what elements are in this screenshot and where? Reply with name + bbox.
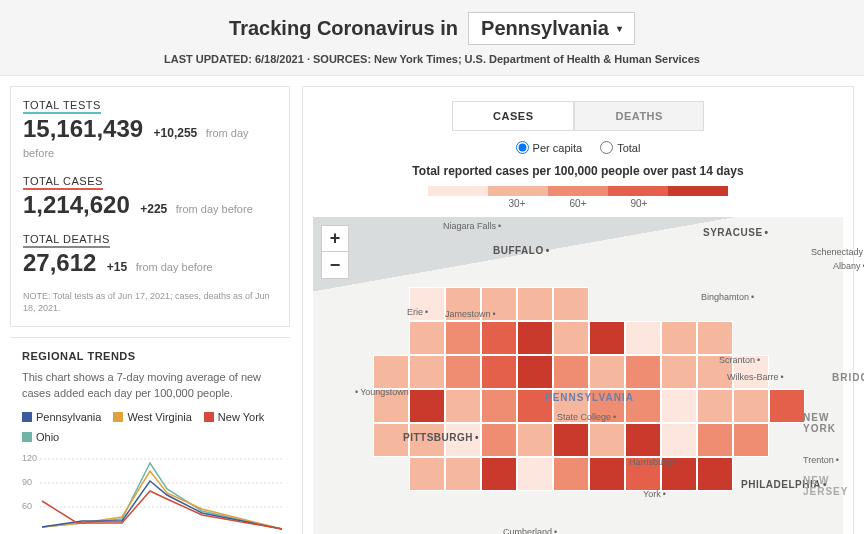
radio-per-capita-input[interactable] [516, 141, 529, 154]
city-label: SYRACUSE [703, 227, 769, 238]
svg-text:90: 90 [22, 477, 32, 487]
city-label: Jamestown [445, 309, 496, 319]
tab-cases[interactable]: CASES [452, 101, 574, 131]
total-deaths-label: TOTAL DEATHS [23, 233, 277, 245]
stats-footnote: NOTE: Total tests as of Jun 17, 2021; ca… [23, 291, 277, 314]
state-selector[interactable]: Pennsylvania ▾ [468, 12, 635, 45]
total-cases-label: TOTAL CASES [23, 175, 277, 187]
state-label: PENNSYLVANIA [545, 392, 634, 403]
city-label: Wilkes-Barre [727, 372, 784, 382]
trends-chart: 120 90 60 [22, 451, 282, 531]
city-label: York [643, 489, 666, 499]
legend-item: New York [204, 411, 264, 423]
total-tests-label: TOTAL TESTS [23, 99, 277, 111]
city-label: Trenton [803, 455, 839, 465]
total-deaths-delta: +15 [107, 260, 127, 274]
legend-item: West Virginia [113, 411, 191, 423]
state-label: BRIDGE [832, 372, 864, 383]
zoom-out-button[interactable]: − [322, 252, 348, 278]
trends-desc: This chart shows a 7-day moving average … [22, 370, 278, 401]
page-title: Tracking Coronavirus in Pennsylvania ▾ [0, 12, 864, 45]
total-cases-delta: +225 [140, 202, 167, 216]
state-label: NEW YORK [803, 412, 843, 434]
city-label: State College [557, 412, 616, 422]
state-name: Pennsylvania [481, 17, 609, 40]
city-label: Binghamton [701, 292, 754, 302]
tab-deaths[interactable]: DEATHS [574, 101, 703, 131]
city-label: Albany [833, 261, 864, 271]
radio-total[interactable]: Total [600, 141, 640, 154]
zoom-in-button[interactable]: + [322, 226, 348, 252]
svg-text:120: 120 [22, 453, 37, 463]
map-title: Total reported cases per 100,000 people … [313, 164, 843, 178]
last-updated: LAST UPDATED: 6/18/2021 · SOURCES: New Y… [0, 53, 864, 65]
legend-item: Ohio [22, 431, 59, 443]
total-tests-value: 15,161,439 [23, 115, 143, 142]
county-shapes [373, 287, 803, 487]
total-tests-delta: +10,255 [154, 126, 198, 140]
map-panel: CASES DEATHS Per capita Total Total repo… [302, 86, 854, 534]
city-label: PITTSBURGH [403, 432, 479, 443]
trends-panel: REGIONAL TRENDS This chart shows a 7-day… [10, 337, 290, 534]
map-gradient-labels: 30+60+90+ [313, 198, 843, 209]
chevron-down-icon: ▾ [617, 23, 622, 34]
city-label: BUFFALO [493, 245, 550, 256]
state-label: NEW JERSEY [803, 475, 848, 497]
city-label: Youngstown [355, 387, 409, 397]
choropleth-map[interactable]: + − Niagara FallsBUFFALOSYRACUSESchenect… [313, 217, 843, 534]
zoom-controls: + − [321, 225, 349, 279]
svg-text:60: 60 [22, 501, 32, 511]
total-deaths-note: from day before [136, 261, 213, 273]
city-label: Harrisburg [629, 457, 676, 467]
total-cases-value: 1,214,620 [23, 191, 130, 218]
total-cases-note: from day before [176, 203, 253, 215]
legend-item: Pennsylvania [22, 411, 101, 423]
title-prefix: Tracking Coronavirus in [229, 17, 458, 40]
radio-total-input[interactable] [600, 141, 613, 154]
trends-legend: PennsylvaniaWest VirginiaNew YorkOhio [22, 411, 278, 443]
city-label: Erie [407, 307, 428, 317]
radio-per-capita[interactable]: Per capita [516, 141, 583, 154]
city-label: Schenectady [811, 247, 864, 257]
city-label: Niagara Falls [443, 221, 501, 231]
trends-title: REGIONAL TRENDS [22, 350, 278, 362]
stats-panel: TOTAL TESTS 15,161,439 +10,255 from day … [10, 86, 290, 327]
city-label: Scranton [719, 355, 760, 365]
map-gradient [313, 186, 843, 196]
city-label: Cumberland [503, 527, 557, 534]
total-deaths-value: 27,612 [23, 249, 96, 276]
